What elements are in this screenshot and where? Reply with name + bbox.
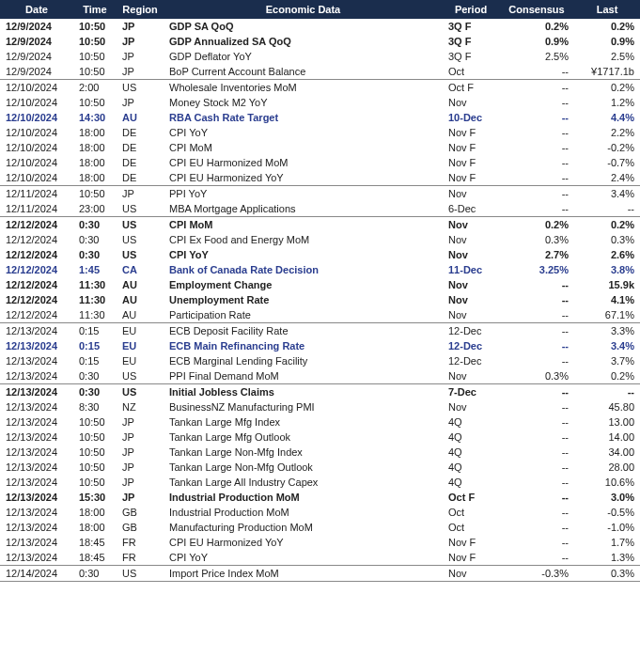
table-row: 12/12/20240:30USCPI MoMNov0.2%0.2% [0, 217, 640, 233]
cell-region: DE [117, 125, 164, 140]
cell-date: 12/10/2024 [0, 140, 73, 155]
cell-consensus: -- [499, 338, 574, 353]
table-row: 12/11/202423:00USMBA Mortgage Applicatio… [0, 201, 640, 217]
cell-last: 1.2% [574, 95, 640, 110]
cell-time: 10:50 [73, 19, 117, 34]
table-row: 12/11/202410:50JPPPI YoYNov--3.4% [0, 186, 640, 202]
cell-date: 12/13/2024 [0, 490, 73, 505]
cell-data: Initial Jobless Claims [164, 384, 443, 400]
cell-region: GB [117, 505, 164, 520]
cell-last: 34.00 [574, 445, 640, 460]
cell-last: 2.4% [574, 170, 640, 186]
table-row: 12/13/202410:50JPTankan Large Non-Mfg Ou… [0, 460, 640, 475]
cell-last: 14.00 [574, 430, 640, 445]
cell-region: EU [117, 323, 164, 339]
cell-period: Nov F [443, 170, 499, 186]
cell-region: EU [117, 353, 164, 368]
cell-period: Nov [443, 277, 499, 292]
cell-consensus: -- [499, 170, 574, 186]
cell-last: 45.80 [574, 399, 640, 414]
table-row: 12/10/202418:00DECPI YoYNov F--2.2% [0, 125, 640, 140]
cell-data: ECB Marginal Lending Facility [164, 353, 443, 368]
cell-time: 0:30 [73, 384, 117, 400]
cell-data: Tankan Large Mfg Outlook [164, 430, 443, 445]
cell-last: 28.00 [574, 460, 640, 475]
cell-period: 7-Dec [443, 384, 499, 400]
cell-region: US [117, 217, 164, 233]
cell-region: JP [117, 19, 164, 34]
cell-period: Nov F [443, 535, 499, 550]
col-header-data: Economic Data [164, 0, 443, 19]
cell-date: 12/13/2024 [0, 475, 73, 490]
cell-data: CPI EU Harmonized YoY [164, 170, 443, 186]
cell-last: 0.2% [574, 368, 640, 384]
table-row: 12/13/202418:00GBIndustrial Production M… [0, 505, 640, 520]
cell-date: 12/10/2024 [0, 125, 73, 140]
cell-data: Tankan Large All Industry Capex [164, 475, 443, 490]
cell-time: 23:00 [73, 201, 117, 217]
cell-last: 4.1% [574, 292, 640, 307]
table-row: 12/10/202418:00DECPI MoMNov F---0.2% [0, 140, 640, 155]
cell-region: US [117, 368, 164, 384]
cell-period: 11-Dec [443, 262, 499, 277]
cell-period: Oct F [443, 80, 499, 96]
cell-region: US [117, 232, 164, 247]
cell-data: CPI MoM [164, 140, 443, 155]
cell-date: 12/11/2024 [0, 201, 73, 217]
cell-time: 10:50 [73, 460, 117, 475]
cell-period: 3Q F [443, 49, 499, 64]
cell-consensus: -- [499, 95, 574, 110]
cell-consensus: 0.2% [499, 19, 574, 34]
cell-time: 2:00 [73, 80, 117, 96]
cell-region: AU [117, 110, 164, 125]
cell-data: CPI EU Harmonized YoY [164, 535, 443, 550]
cell-time: 10:50 [73, 414, 117, 430]
cell-consensus: -- [499, 186, 574, 202]
cell-region: JP [117, 414, 164, 430]
cell-last: 3.4% [574, 186, 640, 202]
cell-region: JP [117, 475, 164, 490]
cell-data: Money Stock M2 YoY [164, 95, 443, 110]
cell-region: JP [117, 490, 164, 505]
cell-last: 3.8% [574, 262, 640, 277]
table-row: 12/13/20240:15EUECB Main Refinancing Rat… [0, 338, 640, 353]
cell-time: 8:30 [73, 399, 117, 414]
cell-date: 12/11/2024 [0, 186, 73, 202]
cell-date: 12/13/2024 [0, 323, 73, 339]
cell-region: JP [117, 64, 164, 80]
table-row: 12/13/202418:45FRCPI YoYNov F--1.3% [0, 550, 640, 566]
cell-time: 10:50 [73, 95, 117, 110]
cell-last: 3.0% [574, 490, 640, 505]
table-row: 12/12/20241:45CABank of Canada Rate Deci… [0, 262, 640, 277]
cell-last: 1.3% [574, 550, 640, 566]
cell-time: 0:30 [73, 232, 117, 247]
cell-time: 11:30 [73, 292, 117, 307]
cell-consensus: -- [499, 550, 574, 566]
cell-period: 4Q [443, 460, 499, 475]
cell-period: 6-Dec [443, 201, 499, 217]
cell-last: ¥1717.1b [574, 64, 640, 80]
cell-consensus: -- [499, 475, 574, 490]
cell-consensus: 0.3% [499, 232, 574, 247]
cell-time: 1:45 [73, 262, 117, 277]
cell-time: 0:30 [73, 566, 117, 582]
cell-consensus: -- [499, 505, 574, 520]
cell-period: 12-Dec [443, 323, 499, 339]
cell-time: 11:30 [73, 307, 117, 323]
cell-region: US [117, 566, 164, 582]
cell-time: 0:30 [73, 247, 117, 262]
cell-period: 4Q [443, 414, 499, 430]
cell-region: DE [117, 170, 164, 186]
cell-region: NZ [117, 399, 164, 414]
cell-region: AU [117, 277, 164, 292]
table-row: 12/13/20240:15EUECB Marginal Lending Fac… [0, 353, 640, 368]
cell-time: 10:50 [73, 186, 117, 202]
cell-last: -- [574, 201, 640, 217]
cell-data: Employment Change [164, 277, 443, 292]
cell-consensus: -- [499, 110, 574, 125]
table-row: 12/10/202418:00DECPI EU Harmonized YoYNo… [0, 170, 640, 186]
table-row: 12/13/202410:50JPTankan Large Mfg Index4… [0, 414, 640, 430]
table-row: 12/13/202410:50JPTankan Large All Indust… [0, 475, 640, 490]
cell-date: 12/13/2024 [0, 520, 73, 535]
table-row: 12/9/202410:50JPGDP Annualized SA QoQ3Q … [0, 34, 640, 49]
